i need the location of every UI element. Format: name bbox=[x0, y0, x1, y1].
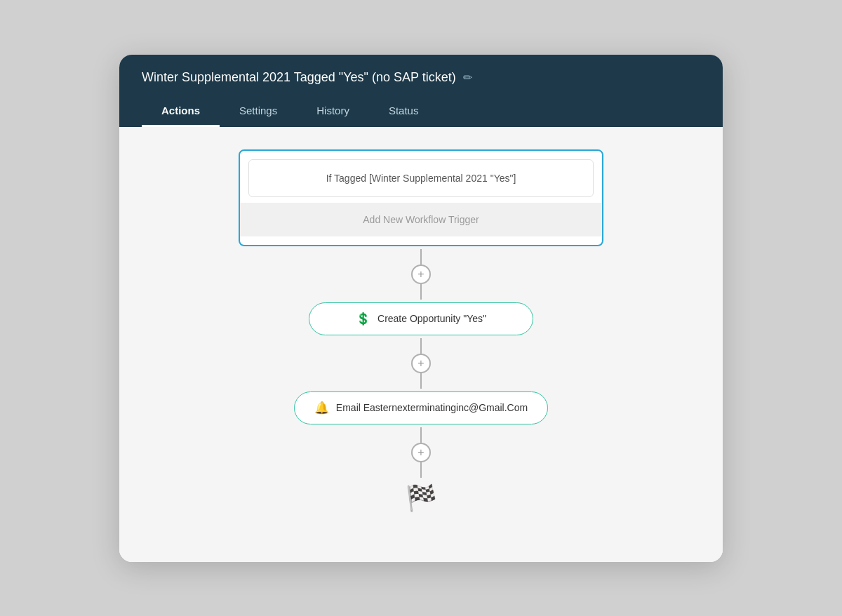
finish-flag: 🏁 bbox=[406, 483, 437, 513]
trigger-box: If Tagged [Winter Supplemental 2021 "Yes… bbox=[239, 149, 603, 246]
connector-3: + bbox=[411, 427, 431, 478]
card-header: Winter Supplemental 2021 Tagged "Yes" (n… bbox=[119, 55, 723, 127]
connector-2: + bbox=[411, 338, 431, 389]
tab-settings[interactable]: Settings bbox=[220, 98, 297, 127]
action-node-create-opportunity[interactable]: 💲 Create Opportunity "Yes" bbox=[309, 302, 533, 335]
main-card: Winter Supplemental 2021 Tagged "Yes" (n… bbox=[119, 55, 723, 562]
add-step-button-3[interactable]: + bbox=[411, 443, 431, 462]
email-icon: 🔔 bbox=[314, 401, 329, 415]
action-label-email: Email Easternexterminatinginc@Gmail.Com bbox=[336, 402, 528, 413]
tab-actions[interactable]: Actions bbox=[142, 98, 220, 127]
connector-1: + bbox=[411, 249, 431, 300]
tab-history[interactable]: History bbox=[297, 98, 369, 127]
card-body: If Tagged [Winter Supplemental 2021 "Yes… bbox=[119, 127, 723, 562]
connector-line-2 bbox=[420, 338, 422, 354]
screen-wrapper: Winter Supplemental 2021 Tagged "Yes" (n… bbox=[0, 0, 842, 616]
connector-line-3 bbox=[420, 427, 422, 443]
tab-status[interactable]: Status bbox=[369, 98, 439, 127]
add-trigger-button[interactable]: Add New Workflow Trigger bbox=[240, 203, 602, 236]
add-step-button-2[interactable]: + bbox=[411, 354, 431, 373]
action-node-email[interactable]: 🔔 Email Easternexterminatinginc@Gmail.Co… bbox=[294, 391, 548, 424]
connector-line-1 bbox=[420, 249, 422, 265]
tabs-container: Actions Settings History Status bbox=[142, 98, 700, 127]
title-row: Winter Supplemental 2021 Tagged "Yes" (n… bbox=[142, 70, 700, 85]
edit-icon[interactable]: ✏ bbox=[463, 71, 472, 84]
add-step-button-1[interactable]: + bbox=[411, 265, 431, 284]
action-label-create-opportunity: Create Opportunity "Yes" bbox=[377, 313, 486, 324]
connector-line-2b bbox=[420, 373, 422, 389]
trigger-condition[interactable]: If Tagged [Winter Supplemental 2021 "Yes… bbox=[248, 159, 594, 197]
connector-line-3b bbox=[420, 462, 422, 478]
opportunity-icon: 💲 bbox=[356, 312, 370, 326]
connector-line-1b bbox=[420, 284, 422, 300]
card-title: Winter Supplemental 2021 Tagged "Yes" (n… bbox=[142, 70, 456, 85]
